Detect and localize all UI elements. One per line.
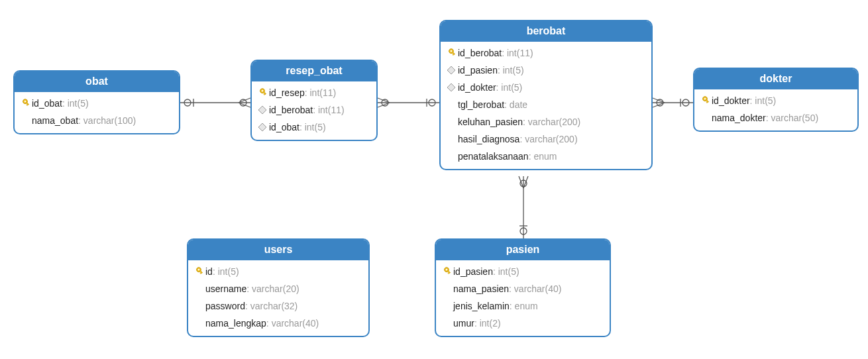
column-type: : varchar(20)	[246, 282, 299, 296]
svg-line-8	[378, 98, 390, 103]
column-row: id_pasien: int(5)	[441, 62, 651, 79]
svg-point-1	[184, 99, 191, 106]
column-type: : int(11)	[502, 46, 533, 60]
key-icon	[192, 266, 205, 277]
column-name: umur	[453, 316, 474, 331]
svg-marker-32	[258, 106, 266, 114]
entity-obat[interactable]: obat id_obat: int(5)nama_obat: varchar(1…	[13, 70, 180, 134]
svg-line-14	[653, 98, 665, 103]
column-type: : date	[504, 97, 527, 112]
column-name: keluhan_pasien	[458, 115, 523, 129]
column-row: id_pasien: int(5)	[436, 263, 610, 280]
column-type: : int(5)	[493, 264, 519, 279]
svg-point-22	[520, 228, 527, 234]
column-row: id_resep: int(11)	[252, 84, 376, 101]
column-row: nama_dokter: varchar(50)	[694, 109, 857, 127]
column-type: : varchar(100)	[78, 113, 136, 128]
column-type: : varchar(40)	[509, 282, 561, 296]
column-name: nama_dokter	[712, 111, 766, 125]
svg-marker-33	[258, 123, 266, 131]
svg-line-9	[378, 103, 390, 107]
column-type: : enum	[529, 149, 557, 164]
svg-line-21	[523, 176, 528, 188]
column-name: nama_lengkap	[205, 316, 266, 331]
column-row: keluhan_pasien: varchar(200)	[441, 113, 651, 130]
column-name: id_pasien	[458, 63, 498, 77]
entity-header: berobat	[441, 21, 651, 42]
column-type: : int(5)	[62, 96, 89, 111]
column-row: password: varchar(32)	[188, 297, 368, 315]
column-name: nama_pasien	[453, 282, 509, 296]
column-name: username	[205, 282, 246, 296]
entity-header: dokter	[694, 69, 857, 89]
svg-point-10	[429, 99, 435, 106]
column-name: id_resep	[269, 85, 305, 100]
column-row: nama_lengkap: varchar(40)	[188, 315, 368, 332]
svg-marker-38	[447, 66, 455, 74]
entity-header: pasien	[436, 240, 610, 260]
entity-body: id_dokter: int(5)nama_dokter: varchar(50…	[694, 89, 857, 130]
entity-header: users	[188, 240, 368, 260]
column-type: : varchar(32)	[245, 299, 298, 313]
column-name: id	[205, 264, 213, 279]
svg-point-13	[657, 99, 663, 106]
svg-line-5	[239, 103, 250, 107]
column-type: : int(11)	[305, 85, 336, 100]
diamond-icon	[256, 123, 269, 132]
column-type: : varchar(200)	[519, 132, 577, 146]
svg-point-19	[520, 180, 527, 187]
column-type: : int(5)	[299, 120, 326, 134]
column-type: : varchar(40)	[266, 316, 319, 331]
column-row: penatalaksanaan: enum	[441, 148, 651, 165]
column-type: : varchar(50)	[766, 111, 818, 125]
rel-obat-resepobat	[180, 98, 250, 107]
svg-point-16	[682, 99, 689, 106]
column-row: hasil_diagnosa: varchar(200)	[441, 130, 651, 148]
entity-pasien[interactable]: pasien id_pasien: int(5)nama_pasien: var…	[435, 238, 611, 337]
column-name: id_dokter	[712, 93, 750, 108]
entity-resep-obat[interactable]: resep_obat id_resep: int(11)id_berobat: …	[250, 60, 378, 141]
column-name: id_obat	[269, 120, 299, 134]
column-name: penatalaksanaan	[458, 149, 529, 164]
entity-body: id_obat: int(5)nama_obat: varchar(100)	[15, 92, 179, 133]
entity-dokter[interactable]: dokter id_dokter: int(5)nama_dokter: var…	[693, 68, 859, 132]
entity-berobat[interactable]: berobat id_berobat: int(11)id_pasien: in…	[439, 20, 653, 170]
column-row: id_obat: int(5)	[15, 95, 179, 112]
entity-body: id_berobat: int(11)id_pasien: int(5)id_d…	[441, 42, 651, 169]
column-name: jenis_kelamin	[453, 299, 510, 313]
column-row: id_berobat: int(11)	[252, 101, 376, 119]
column-name: password	[205, 299, 245, 313]
rel-resepobat-berobat	[378, 98, 439, 107]
entity-header: obat	[15, 72, 179, 92]
svg-line-15	[653, 103, 665, 107]
column-row: jenis_kelamin: enum	[436, 297, 610, 315]
diamond-icon	[445, 83, 458, 92]
column-name: id_dokter	[458, 80, 496, 95]
column-type: : int(11)	[313, 103, 344, 117]
column-row: id_obat: int(5)	[252, 119, 376, 136]
column-row: id: int(5)	[188, 263, 368, 280]
column-name: id_obat	[32, 96, 62, 111]
key-icon	[440, 266, 453, 277]
column-name: tgl_berobat	[458, 97, 504, 112]
key-icon	[445, 48, 458, 58]
column-row: id_berobat: int(11)	[441, 44, 651, 62]
column-name: id_berobat	[269, 103, 313, 117]
column-name: id_pasien	[453, 264, 493, 279]
column-row: id_dokter: int(5)	[694, 92, 857, 109]
key-icon	[698, 95, 712, 106]
svg-line-20	[519, 176, 523, 188]
entity-body: id_resep: int(11)id_berobat: int(11)id_o…	[252, 81, 376, 140]
column-row: nama_obat: varchar(100)	[15, 112, 179, 129]
column-type: : int(5)	[498, 63, 524, 77]
rel-berobat-dokter	[653, 98, 693, 107]
column-row: nama_pasien: varchar(40)	[436, 280, 610, 297]
entity-users[interactable]: users id: int(5)username: varchar(20)pas…	[187, 238, 370, 337]
entity-body: id: int(5)username: varchar(20)password:…	[188, 260, 368, 336]
entity-body: id_pasien: int(5)nama_pasien: varchar(40…	[436, 260, 610, 336]
svg-line-4	[239, 98, 250, 103]
diamond-icon	[445, 66, 458, 75]
svg-point-3	[240, 99, 246, 106]
column-row: username: varchar(20)	[188, 280, 368, 297]
key-icon	[19, 98, 32, 109]
